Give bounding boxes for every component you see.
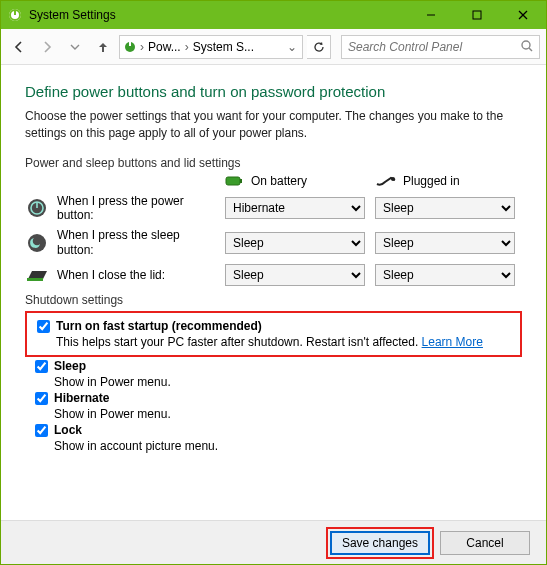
power-button-icon [25, 196, 49, 220]
plug-icon [375, 174, 397, 188]
power-button-battery-select[interactable]: Hibernate [225, 197, 365, 219]
location-icon [122, 39, 138, 55]
column-battery-label: On battery [251, 174, 307, 188]
battery-icon [225, 174, 245, 188]
titlebar: System Settings [1, 1, 546, 29]
lid-plugged-select[interactable]: Sleep [375, 264, 515, 286]
power-button-row: When I press the power button: Hibernate… [25, 194, 522, 223]
search-input[interactable] [341, 35, 540, 59]
fast-startup-sub: This helps start your PC faster after sh… [56, 335, 422, 349]
toolbar: › Pow... › System S... ⌄ [1, 29, 546, 65]
power-section-header: Power and sleep buttons and lid settings [25, 156, 522, 170]
fast-startup-highlight: Turn on fast startup (recommended) This … [25, 311, 522, 357]
sleep-button-icon [25, 231, 49, 255]
fast-startup-label: Turn on fast startup (recommended) [56, 319, 262, 333]
forward-button[interactable] [35, 35, 59, 59]
footer: Save changes Cancel [1, 520, 546, 564]
lid-icon [25, 263, 49, 287]
page-title: Define power buttons and turn on passwor… [25, 83, 522, 100]
chevron-down-icon[interactable]: ⌄ [284, 40, 300, 54]
refresh-button[interactable] [307, 35, 331, 59]
minimize-button[interactable] [408, 1, 454, 29]
window-title: System Settings [29, 8, 408, 22]
svg-rect-10 [226, 177, 240, 185]
sleep-button-row: When I press the sleep button: Sleep Sle… [25, 228, 522, 257]
sleep-button-label: When I press the sleep button: [57, 228, 187, 257]
lock-sub: Show in account picture menu. [54, 439, 218, 453]
svg-point-8 [522, 41, 530, 49]
svg-line-9 [529, 48, 532, 51]
content: Define power buttons and turn on passwor… [1, 65, 546, 453]
save-button[interactable]: Save changes [330, 531, 430, 555]
up-button[interactable] [91, 35, 115, 59]
sleep-sub: Show in Power menu. [54, 375, 171, 389]
close-button[interactable] [500, 1, 546, 29]
search-icon[interactable] [520, 39, 534, 53]
address-bar[interactable]: › Pow... › System S... ⌄ [119, 35, 303, 59]
power-button-plugged-select[interactable]: Sleep [375, 197, 515, 219]
svg-rect-17 [27, 278, 43, 281]
lid-row: When I close the lid: Sleep Sleep [25, 263, 522, 287]
recent-locations-button[interactable] [63, 35, 87, 59]
page-description: Choose the power settings that you want … [25, 108, 522, 142]
svg-rect-7 [129, 42, 131, 46]
lock-checkbox[interactable] [35, 424, 48, 437]
shutdown-section-header: Shutdown settings [25, 293, 522, 307]
sleep-checkbox[interactable] [35, 360, 48, 373]
hibernate-checkbox[interactable] [35, 392, 48, 405]
chevron-right-icon: › [185, 40, 189, 54]
svg-point-12 [391, 177, 395, 181]
lock-label: Lock [54, 423, 82, 437]
fast-startup-checkbox[interactable] [37, 320, 50, 333]
hibernate-label: Hibernate [54, 391, 109, 405]
lid-battery-select[interactable]: Sleep [225, 264, 365, 286]
breadcrumb-item[interactable]: System S... [191, 40, 256, 54]
sleep-button-battery-select[interactable]: Sleep [225, 232, 365, 254]
chevron-right-icon: › [140, 40, 144, 54]
maximize-button[interactable] [454, 1, 500, 29]
back-button[interactable] [7, 35, 31, 59]
hibernate-sub: Show in Power menu. [54, 407, 171, 421]
column-plugged-label: Plugged in [403, 174, 460, 188]
cancel-button[interactable]: Cancel [440, 531, 530, 555]
power-button-label: When I press the power button: [57, 194, 187, 223]
app-icon [7, 7, 23, 23]
lid-label: When I close the lid: [57, 268, 165, 282]
column-battery: On battery [225, 174, 375, 188]
column-plugged: Plugged in [375, 174, 525, 188]
sleep-label: Sleep [54, 359, 86, 373]
breadcrumb-item[interactable]: Pow... [146, 40, 183, 54]
svg-rect-11 [240, 179, 242, 183]
svg-rect-3 [473, 11, 481, 19]
learn-more-link[interactable]: Learn More [422, 335, 483, 349]
sleep-button-plugged-select[interactable]: Sleep [375, 232, 515, 254]
